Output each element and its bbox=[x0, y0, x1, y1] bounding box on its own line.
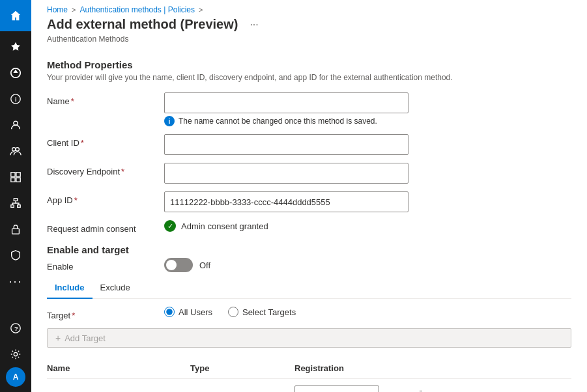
entra-icon[interactable] bbox=[0, 60, 31, 86]
method-properties-desc: Your provider will give you the name, cl… bbox=[47, 73, 571, 82]
select-targets-radio[interactable] bbox=[228, 307, 238, 317]
client-id-row: Client ID* bbox=[47, 134, 571, 155]
name-field: i The name cannot be changed once this m… bbox=[164, 92, 571, 126]
help-icon[interactable]: ? bbox=[0, 315, 31, 341]
more-nav-icon[interactable]: ··· bbox=[0, 268, 31, 294]
svg-point-16 bbox=[14, 352, 17, 356]
group-nav-icon[interactable] bbox=[0, 138, 31, 164]
svg-rect-12 bbox=[18, 205, 21, 208]
target-options: All Users Select Targets bbox=[164, 307, 571, 317]
include-exclude-tabs: Include Exclude bbox=[47, 277, 571, 299]
avatar-initials: A bbox=[13, 372, 19, 382]
all-users-radio-label[interactable]: All Users bbox=[164, 307, 212, 317]
table-header-row: Name Type Registration bbox=[47, 358, 571, 379]
breadcrumb-sep1: > bbox=[72, 6, 76, 14]
client-id-label: Client ID* bbox=[47, 134, 164, 148]
all-users-label: All Users bbox=[179, 307, 212, 317]
shield-nav-icon[interactable] bbox=[0, 242, 31, 268]
tab-include[interactable]: Include bbox=[47, 277, 93, 299]
breadcrumb-sep2: > bbox=[199, 6, 203, 14]
row-name: All Users bbox=[47, 379, 190, 393]
target-label: Target* bbox=[47, 307, 164, 320]
lock-nav-icon[interactable] bbox=[0, 216, 31, 242]
select-targets-radio-label[interactable]: Select Targets bbox=[228, 307, 296, 317]
settings-icon[interactable] bbox=[0, 341, 31, 367]
svg-rect-13 bbox=[12, 229, 20, 234]
table-row: All Users Group Optional Required Disabl… bbox=[47, 379, 571, 393]
enable-row: Enable Off bbox=[47, 258, 571, 272]
row-actions bbox=[412, 379, 571, 393]
page-title: Add external method (Preview) bbox=[47, 17, 238, 32]
org-nav-icon[interactable] bbox=[0, 190, 31, 216]
warning-icon: i bbox=[164, 116, 175, 126]
svg-rect-6 bbox=[11, 173, 15, 176]
col-actions-header bbox=[412, 358, 571, 379]
page-subtitle: Authentication Methods bbox=[31, 35, 587, 49]
check-icon: ✓ bbox=[164, 220, 176, 232]
info-nav-icon[interactable]: i bbox=[0, 86, 31, 112]
target-row: Target* All Users Select Targets bbox=[47, 307, 571, 320]
name-label: Name* bbox=[47, 92, 164, 106]
svg-rect-11 bbox=[11, 205, 14, 208]
col-name-header: Name bbox=[47, 358, 190, 379]
method-properties-title: Method Properties bbox=[47, 59, 571, 70]
toggle-state-label: Off bbox=[199, 260, 210, 270]
name-row: Name* i The name cannot be changed once … bbox=[47, 92, 571, 126]
apps-nav-icon[interactable] bbox=[0, 164, 31, 190]
svg-rect-9 bbox=[16, 178, 20, 182]
breadcrumb-home[interactable]: Home bbox=[47, 5, 68, 14]
all-users-radio[interactable] bbox=[164, 307, 175, 317]
svg-rect-7 bbox=[16, 173, 20, 176]
svg-rect-10 bbox=[14, 199, 17, 201]
user-nav-icon[interactable] bbox=[0, 112, 31, 138]
home-nav-icon[interactable] bbox=[0, 3, 31, 29]
row-registration: Optional Required Disabled bbox=[294, 379, 412, 393]
consent-row: Request admin consent ✓ Admin consent gr… bbox=[47, 220, 571, 234]
more-options-button[interactable]: ··· bbox=[246, 18, 262, 32]
table-head: Name Type Registration bbox=[47, 358, 571, 379]
svg-point-5 bbox=[16, 148, 19, 151]
scroll-area: Method Properties Your provider will giv… bbox=[31, 49, 587, 392]
delete-button[interactable] bbox=[412, 388, 430, 393]
app-id-input[interactable] bbox=[164, 191, 408, 212]
svg-rect-8 bbox=[11, 178, 15, 182]
app-id-label: App ID* bbox=[47, 191, 164, 205]
consent-status: ✓ Admin consent granted bbox=[164, 220, 571, 232]
name-input[interactable] bbox=[164, 92, 408, 113]
discovery-input[interactable] bbox=[164, 163, 408, 184]
table-body: All Users Group Optional Required Disabl… bbox=[47, 379, 571, 393]
row-type: Group bbox=[190, 379, 294, 393]
col-type-header: Type bbox=[190, 358, 294, 379]
svg-point-4 bbox=[12, 148, 16, 151]
avatar[interactable]: A bbox=[6, 367, 25, 387]
svg-text:?: ? bbox=[14, 325, 18, 332]
discovery-label: Discovery Endpoint* bbox=[47, 163, 164, 176]
enable-label: Enable bbox=[47, 258, 164, 272]
warning-text: The name cannot be changed once this met… bbox=[179, 117, 377, 126]
name-warning: i The name cannot be changed once this m… bbox=[164, 116, 571, 126]
enable-toggle[interactable] bbox=[164, 258, 193, 272]
toggle-thumb bbox=[166, 260, 177, 270]
breadcrumb: Home > Authentication methods | Policies… bbox=[31, 0, 587, 14]
enable-target-title: Enable and target bbox=[47, 244, 571, 255]
targets-table: Name Type Registration All Users Group O… bbox=[47, 358, 571, 392]
toggle-container: Off bbox=[164, 258, 210, 272]
consent-text: Admin consent granted bbox=[181, 221, 268, 231]
sidebar: i bbox=[0, 0, 31, 392]
radio-group: All Users Select Targets bbox=[164, 307, 571, 317]
favorites-icon[interactable] bbox=[0, 34, 31, 60]
breadcrumb-policies[interactable]: Authentication methods | Policies bbox=[79, 5, 195, 14]
toggle-track bbox=[164, 258, 193, 272]
sidebar-top bbox=[0, 0, 31, 31]
select-targets-label: Select Targets bbox=[242, 307, 296, 317]
tab-exclude[interactable]: Exclude bbox=[93, 277, 138, 299]
client-id-field bbox=[164, 134, 571, 155]
plus-icon: + bbox=[55, 333, 61, 343]
registration-dropdown[interactable]: Optional Required Disabled bbox=[294, 385, 379, 392]
discovery-row: Discovery Endpoint* bbox=[47, 163, 571, 184]
page-header: Add external method (Preview) ··· bbox=[31, 14, 587, 35]
add-target-button[interactable]: + Add Target bbox=[47, 328, 571, 348]
add-target-label: Add Target bbox=[64, 333, 106, 343]
client-id-input[interactable] bbox=[164, 134, 408, 155]
app-id-field bbox=[164, 191, 571, 212]
